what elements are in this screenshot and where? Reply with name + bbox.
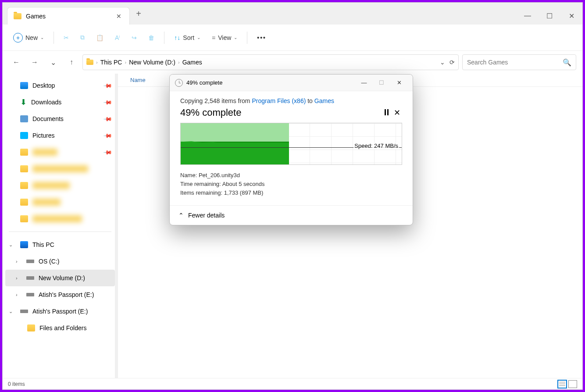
sidebar-item-downloads[interactable]: ⬇Downloads📌 bbox=[3, 94, 118, 110]
delete-button[interactable]: 🗑 bbox=[144, 30, 159, 46]
large-icons-view-button[interactable] bbox=[568, 380, 577, 388]
dialog-body: Copying 2,548 items from Program Files (… bbox=[170, 91, 413, 205]
current-file: Pet_206.unity3d bbox=[199, 172, 240, 178]
folder-icon bbox=[20, 182, 28, 189]
sidebar-item-desktop[interactable]: Desktop📌 bbox=[3, 77, 118, 94]
download-icon: ⬇ bbox=[20, 97, 27, 107]
statusbar: 0 items bbox=[3, 378, 582, 389]
sidebar-item-pictures[interactable]: Pictures📌 bbox=[3, 127, 118, 144]
pin-icon: 📌 bbox=[103, 114, 113, 124]
breadcrumb-thispc[interactable]: This PC bbox=[100, 59, 122, 66]
search-box[interactable]: 🔍 bbox=[462, 54, 576, 70]
sidebar-item-drive-c[interactable]: ›OS (C:) bbox=[3, 253, 118, 270]
sidebar-item-redacted[interactable]: xxxxxxxxxxx bbox=[3, 177, 118, 194]
sidebar-item-documents[interactable]: Documents📌 bbox=[3, 110, 118, 127]
close-window-button[interactable]: ✕ bbox=[560, 7, 582, 25]
pin-icon: 📌 bbox=[103, 97, 113, 107]
paste-button[interactable]: 📋 bbox=[92, 30, 108, 46]
sidebar-item-drive-e[interactable]: ›Atish's Passport (E:) bbox=[3, 286, 118, 303]
sidebar-item-redacted[interactable]: xxxxxxx📌 bbox=[3, 144, 118, 160]
separator bbox=[54, 32, 54, 44]
chevron-down-icon: ⌄ bbox=[234, 35, 237, 40]
share-button[interactable]: ↪ bbox=[127, 30, 141, 46]
dialog-title: 49% complete bbox=[186, 79, 222, 86]
more-icon: ••• bbox=[257, 34, 266, 41]
search-icon[interactable]: 🔍 bbox=[563, 58, 571, 67]
copy-button[interactable]: ⧉ bbox=[76, 30, 89, 46]
speed-graph: Speed: 247 MB/s bbox=[180, 123, 402, 165]
pc-icon bbox=[20, 241, 28, 248]
maximize-button[interactable]: ☐ bbox=[539, 7, 560, 25]
dialog-maximize-button[interactable]: ☐ bbox=[373, 76, 390, 89]
destination-link[interactable]: Games bbox=[314, 97, 334, 104]
sidebar-item-drive-d[interactable]: ›New Volume (D:) bbox=[5, 270, 115, 286]
view-button[interactable]: ≡ View ⌄ bbox=[207, 30, 242, 46]
new-button[interactable]: + New ⌄ bbox=[9, 30, 48, 46]
view-label: View bbox=[218, 34, 231, 41]
new-tab-button[interactable]: + bbox=[130, 9, 147, 19]
delete-icon: 🗑 bbox=[148, 34, 154, 41]
pin-icon: 📌 bbox=[103, 131, 113, 140]
breadcrumb-drive[interactable]: New Volume (D:) bbox=[129, 59, 175, 66]
search-input[interactable] bbox=[467, 59, 563, 66]
sort-button[interactable]: ↑↓ Sort ⌄ bbox=[170, 30, 205, 46]
copy-details: Name: Pet_206.unity3d Time remaining: Ab… bbox=[180, 171, 402, 197]
desktop-icon bbox=[20, 82, 28, 89]
sidebar-item-redacted[interactable]: xxxxxxxxxxxxxxxxx bbox=[3, 160, 118, 177]
chevron-right-icon[interactable]: › bbox=[16, 259, 18, 264]
new-label: New bbox=[25, 34, 38, 41]
dialog-minimize-button[interactable]: — bbox=[356, 76, 372, 89]
graph-wave bbox=[181, 139, 289, 146]
tab-games[interactable]: Games ✕ bbox=[7, 7, 130, 25]
address-bar[interactable]: › This PC › New Volume (D:) › Games ⌄ ⟳ bbox=[82, 54, 459, 70]
refresh-icon[interactable]: ⟳ bbox=[449, 59, 455, 66]
sidebar-item-thispc[interactable]: ⌄This PC bbox=[3, 236, 118, 253]
chevron-down-icon: ⌄ bbox=[197, 35, 200, 40]
pin-icon: 📌 bbox=[103, 147, 113, 157]
more-button[interactable]: ••• bbox=[253, 30, 271, 46]
pictures-icon bbox=[20, 132, 28, 139]
drive-icon bbox=[26, 293, 34, 296]
sort-icon: ↑↓ bbox=[174, 34, 180, 41]
sidebar-item-files-folders[interactable]: Files and Folders bbox=[3, 320, 118, 336]
folder-icon bbox=[14, 13, 21, 19]
chevron-right-icon[interactable]: › bbox=[16, 292, 18, 297]
fewer-details-button[interactable]: ⌃ Fewer details bbox=[170, 205, 413, 225]
up-button[interactable]: ↑ bbox=[64, 55, 79, 70]
percent-complete: 49% complete bbox=[180, 107, 381, 118]
sidebar-item-redacted[interactable]: xxxxxxxxxxxxxxx bbox=[3, 210, 118, 227]
pause-button[interactable] bbox=[381, 108, 392, 118]
clock-icon bbox=[175, 79, 183, 87]
paste-icon: 📋 bbox=[96, 34, 103, 41]
minimize-button[interactable]: — bbox=[517, 7, 539, 25]
document-icon bbox=[20, 115, 28, 122]
time-remaining: About 5 seconds bbox=[222, 181, 265, 187]
copy-description: Copying 2,548 items from Program Files (… bbox=[180, 97, 402, 104]
back-button[interactable]: ← bbox=[9, 55, 24, 70]
chevron-down-icon[interactable]: ⌄ bbox=[9, 242, 13, 248]
tab-title: Games bbox=[26, 13, 112, 20]
sidebar: Desktop📌 ⬇Downloads📌 Documents📌 Pictures… bbox=[3, 74, 118, 378]
close-tab-icon[interactable]: ✕ bbox=[116, 13, 123, 20]
item-count: 0 items bbox=[8, 381, 25, 387]
share-icon: ↪ bbox=[132, 34, 137, 41]
sidebar-item-ext-drive[interactable]: ⌄Atish's Passport (E:) bbox=[3, 303, 118, 320]
chevron-down-icon[interactable]: ⌄ bbox=[440, 59, 445, 66]
rename-button[interactable]: Aⁱ bbox=[111, 30, 125, 46]
chevron-right-icon[interactable]: › bbox=[16, 275, 18, 281]
chevron-down-icon[interactable]: ⌄ bbox=[9, 309, 13, 314]
breadcrumb-folder[interactable]: Games bbox=[182, 59, 202, 66]
dialog-header-row: 49% complete ✕ bbox=[180, 107, 402, 118]
recent-button[interactable]: ⌄ bbox=[46, 55, 61, 70]
source-link[interactable]: Program Files (x86) bbox=[252, 97, 306, 104]
cancel-copy-button[interactable]: ✕ bbox=[392, 108, 402, 118]
pin-icon: 📌 bbox=[103, 81, 113, 90]
copy-icon: ⧉ bbox=[80, 34, 85, 41]
forward-button[interactable]: → bbox=[27, 55, 42, 70]
sidebar-item-redacted[interactable]: xxxxxxxx bbox=[3, 194, 118, 210]
dialog-close-button[interactable]: ✕ bbox=[391, 76, 407, 89]
folder-icon bbox=[20, 199, 28, 206]
chevron-down-icon: ⌄ bbox=[40, 35, 44, 40]
details-view-button[interactable] bbox=[558, 380, 567, 388]
cut-button[interactable]: ✂ bbox=[59, 30, 73, 46]
